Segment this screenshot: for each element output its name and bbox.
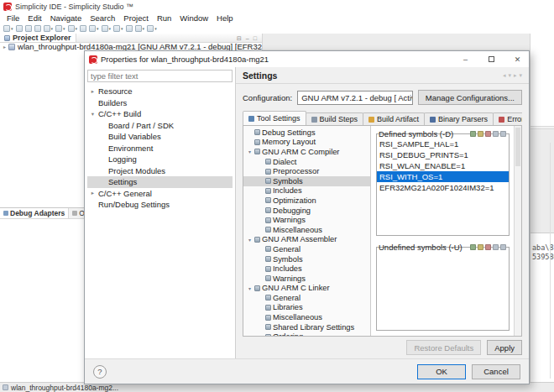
last-edit-location-icon[interactable] xyxy=(126,25,133,32)
tool-tree-item[interactable]: Warnings xyxy=(243,274,370,284)
minimize-view-icon[interactable] xyxy=(246,35,249,41)
menu-item[interactable]: Run xyxy=(153,13,175,23)
next-annotation-icon[interactable] xyxy=(102,25,112,32)
tool-tree-item[interactable]: ▾ GNU ARM Assembler xyxy=(243,235,370,245)
delete-symbol-icon[interactable] xyxy=(485,131,491,137)
add-symbol-icon[interactable] xyxy=(470,244,476,250)
dialog-maximize-icon[interactable] xyxy=(480,51,503,67)
tab-error-parsers[interactable]: Error Parsers xyxy=(493,112,522,125)
back-icon[interactable] xyxy=(503,72,506,78)
restore-defaults-button[interactable]: Restore Defaults xyxy=(406,340,481,355)
new-wizard-icon[interactable] xyxy=(3,25,13,32)
dropdown-caret-icon[interactable] xyxy=(11,27,13,31)
symbol-list-item[interactable]: EFR32MG21A020F1024IM32=1 xyxy=(377,182,509,193)
dropdown-caret-icon[interactable] xyxy=(97,27,99,31)
save-all-icon[interactable] xyxy=(25,25,32,32)
menu-item[interactable]: Search xyxy=(86,13,119,23)
tab-build-artifact[interactable]: Build Artifact xyxy=(363,112,425,125)
symbol-list-item[interactable]: RSI_SAMPLE_HAL=1 xyxy=(377,139,509,149)
dialog-minimize-icon[interactable] xyxy=(454,51,477,67)
tree-expander-icon[interactable]: ▾ xyxy=(247,285,253,291)
tree-expander-icon[interactable]: ▾ xyxy=(89,111,97,118)
previous-annotation-icon[interactable] xyxy=(113,25,123,32)
tab-tool-settings[interactable]: Tool Settings xyxy=(243,111,306,125)
back-icon[interactable] xyxy=(135,25,145,32)
dialog-close-icon[interactable] xyxy=(506,51,529,67)
apply-button[interactable]: Apply xyxy=(487,340,522,355)
nav-settings[interactable]: Settings xyxy=(87,176,233,188)
nav-cpp-general[interactable]: ▸ C/C++ General xyxy=(87,188,233,200)
tree-expander-icon[interactable]: ▾ xyxy=(247,149,253,154)
forward-icon[interactable] xyxy=(514,72,517,78)
ok-button[interactable]: OK xyxy=(417,364,466,379)
tool-tree-item[interactable]: Optimization xyxy=(243,196,370,206)
cancel-button[interactable]: Cancel xyxy=(472,364,520,379)
menu-item[interactable]: Help xyxy=(212,13,238,23)
nav-project-modules[interactable]: Project Modules xyxy=(87,165,233,177)
nav-environment[interactable]: Environment xyxy=(87,143,233,154)
dropdown-caret-icon[interactable] xyxy=(63,27,65,31)
help-button[interactable]: ? xyxy=(93,365,107,379)
tool-tree-item[interactable]: General xyxy=(243,244,370,254)
search-icon[interactable] xyxy=(80,25,86,32)
tool-tree-item[interactable]: Miscellaneous xyxy=(243,312,370,322)
nav-run-debug-settings[interactable]: Run/Debug Settings xyxy=(87,199,233,211)
edit-symbol-icon[interactable] xyxy=(478,244,483,250)
tool-tree-item[interactable]: ▾ GNU ARM C Compiler xyxy=(243,147,370,157)
nav-builders[interactable]: Builders xyxy=(87,97,233,109)
tool-tree-item[interactable]: Symbols xyxy=(243,176,370,186)
tree-expander-icon[interactable]: ▸ xyxy=(89,190,97,196)
dropdown-caret-icon[interactable] xyxy=(51,27,54,31)
nav-logging[interactable]: Logging xyxy=(87,154,233,165)
tool-tree-item[interactable]: Warnings xyxy=(243,215,370,225)
manage-configurations-button[interactable]: Manage Configurations... xyxy=(418,90,522,105)
configuration-select[interactable]: GNU ARM v7.2.1 - debug [ Active ] xyxy=(297,91,413,105)
dropdown-caret-icon[interactable] xyxy=(109,27,112,31)
tool-tree-item[interactable]: Includes xyxy=(243,186,370,196)
symbol-list-item[interactable]: RSI_WITH_OS=1 xyxy=(377,171,509,182)
tree-expander-icon[interactable] xyxy=(3,43,6,51)
nav-board-part-sdk[interactable]: Board / Part / SDK xyxy=(87,120,233,132)
tool-tree-item[interactable]: Libraries xyxy=(243,303,370,313)
tool-tree-item[interactable]: ▾ GNU ARM C Linker xyxy=(243,284,370,294)
tool-tree-item[interactable]: Ordering xyxy=(243,332,370,336)
menu-item[interactable]: Edit xyxy=(24,13,45,23)
tool-tree-item[interactable]: General xyxy=(243,293,370,303)
move-up-icon[interactable] xyxy=(493,131,499,137)
debug-icon[interactable] xyxy=(44,25,54,32)
delete-symbol-icon[interactable] xyxy=(485,244,491,250)
forward-icon[interactable] xyxy=(147,25,157,32)
tool-tree-item[interactable]: Debugging xyxy=(243,206,370,216)
flash-programmer-icon[interactable] xyxy=(68,25,78,32)
dropdown-caret-icon[interactable] xyxy=(143,27,145,31)
tool-tree-item[interactable]: Shared Library Settings xyxy=(243,322,370,332)
dropdown-caret-icon[interactable] xyxy=(154,27,157,31)
project-explorer-tab[interactable]: Project Explorer xyxy=(0,34,76,42)
symbol-list-item[interactable]: RSI_DEBUG_PRINTS=1 xyxy=(377,149,509,160)
tool-tree-item[interactable]: Miscellaneous xyxy=(243,225,370,235)
collapse-all-icon[interactable] xyxy=(237,35,242,41)
nav-cpp-build[interactable]: ▾ C/C++ Build xyxy=(87,108,233,120)
menu-item[interactable]: File xyxy=(3,13,24,23)
menu-item[interactable]: Navigate xyxy=(46,13,86,23)
tab-build-steps[interactable]: Build Steps xyxy=(306,112,364,125)
forward-menu-icon[interactable] xyxy=(519,72,522,78)
tool-tree-item[interactable]: Preprocessor xyxy=(243,166,370,176)
maximize-view-icon[interactable] xyxy=(253,35,257,41)
external-tools-icon[interactable] xyxy=(89,25,99,32)
filter-input[interactable] xyxy=(87,70,233,82)
move-down-icon[interactable] xyxy=(500,244,506,250)
menu-item[interactable]: Project xyxy=(119,13,153,23)
tool-tree-item[interactable]: Dialect xyxy=(243,157,370,167)
tab-debug-adapters[interactable]: Debug Adapters xyxy=(0,208,69,218)
tree-expander-icon[interactable]: ▸ xyxy=(89,88,97,95)
nav-build-variables[interactable]: Build Variables xyxy=(87,131,233,143)
edit-symbol-icon[interactable] xyxy=(478,131,483,137)
tool-tree-item[interactable]: Symbols xyxy=(243,254,370,264)
dropdown-caret-icon[interactable] xyxy=(121,27,123,31)
add-symbol-icon[interactable] xyxy=(470,131,476,137)
tool-tree-item[interactable]: Memory Layout xyxy=(243,138,370,148)
tab-binary-parsers[interactable]: Binary Parsers xyxy=(424,112,494,125)
tree-expander-icon[interactable]: ▾ xyxy=(247,237,253,243)
menu-item[interactable]: Window xyxy=(175,13,212,23)
